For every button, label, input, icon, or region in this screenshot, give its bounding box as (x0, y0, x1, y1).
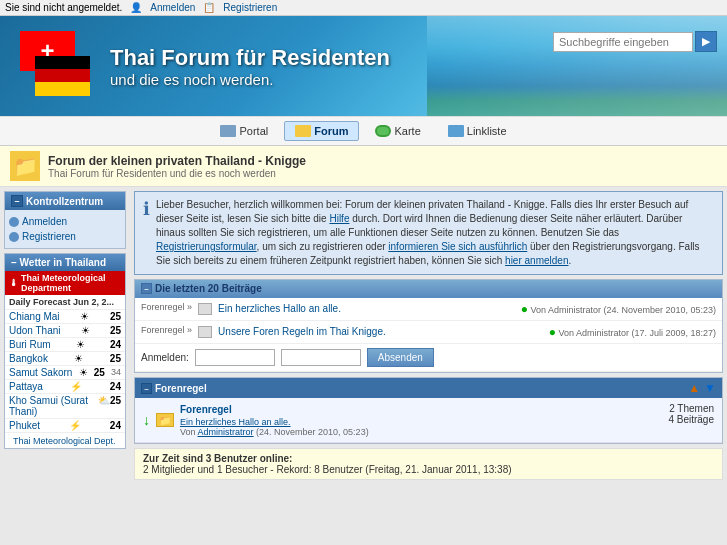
weather-row-burirum: Buri Rum ☀ 24 (5, 338, 125, 352)
kontrollzentrum-label: Kontrollzentrum (26, 196, 103, 207)
header-search: ▶ (553, 31, 717, 52)
weather-icon-samut: ☀ (79, 367, 88, 378)
forenregel-arrows: ▲ ▼ (688, 381, 716, 395)
top-icon2: 📋 (203, 2, 215, 13)
weather-collapse-btn[interactable]: – (11, 257, 17, 268)
weather-section: – Wetter in Thailand 🌡 Thai Meteorologic… (4, 253, 126, 449)
weather-temp-chiangmai: 25 (110, 311, 121, 322)
recent-cat-label-1: Forenregel » (141, 302, 192, 312)
bullet-icon2 (9, 232, 19, 242)
nav-portal[interactable]: Portal (209, 121, 279, 141)
main-content: – Kontrollzentrum Anmelden Registrieren … (0, 187, 727, 484)
flag-de-red (35, 69, 90, 82)
recent-post-title-2[interactable]: Unsere Foren Regeln im Thai Knigge. (218, 326, 386, 337)
sidebar-login-link[interactable]: Anmelden (9, 214, 121, 229)
login-password-input[interactable] (281, 349, 361, 366)
recent-post-icon-2 (198, 326, 212, 338)
forenregel-row: ↓ 📁 Forenregel Ein herzliches Hallo an a… (135, 398, 722, 443)
forenregel-header: – Forenregel ▲ ▼ (135, 378, 722, 398)
weather-row-udonthani: Udon Thani ☀ 25 (5, 324, 125, 338)
top-icon: 👤 (130, 2, 142, 13)
weather-temp-phuket: 24 (110, 420, 121, 431)
search-button[interactable]: ▶ (695, 31, 717, 52)
login-username-input[interactable] (195, 349, 275, 366)
weather-city-chiangmai[interactable]: Chiang Mai (9, 311, 60, 322)
forenregel-name-link[interactable]: Forenregel (180, 404, 232, 415)
weather-icon-phuket: ⚡ (69, 420, 81, 431)
nav-links-label: Linkliste (467, 125, 507, 137)
weather-icon-pattaya: ⚡ (70, 381, 82, 392)
breadcrumb-icon: 📁 (10, 151, 40, 181)
kontrollzentrum-header: – Kontrollzentrum (5, 192, 125, 210)
forenregel-author-link[interactable]: Administratror (198, 427, 254, 437)
weather-title-bar: 🌡 Thai Meteorological Department (5, 271, 125, 295)
info-text: Lieber Besucher, herzlich willkommen bei… (156, 198, 714, 268)
weather-dept-link[interactable]: Thai Meteorological Dept. (9, 434, 120, 448)
weather-city-khosamui[interactable]: Kho Samui (Surat Thani) (9, 395, 98, 417)
top-login-link[interactable]: Anmelden (150, 2, 195, 13)
info-text5: . (568, 255, 571, 266)
sidebar: – Kontrollzentrum Anmelden Registrieren … (0, 187, 130, 484)
top-register-link[interactable]: Registrieren (223, 2, 277, 13)
weather-city-udonthani[interactable]: Udon Thani (9, 325, 61, 336)
weather-city-pattaya[interactable]: Pattaya (9, 381, 43, 392)
info-link[interactable]: informieren Sie sich ausführlich (388, 241, 527, 252)
recent-posts-header: – Die letzten 20 Beiträge (135, 280, 722, 298)
green-dot-1: ● (521, 302, 528, 316)
forenregel-details: Forenregel Ein herzliches Hallo an alle.… (180, 403, 369, 437)
sidebar-register-link[interactable]: Registrieren (9, 229, 121, 244)
weather-forecast: Daily Forecast Jun 2, 2... (5, 295, 125, 310)
weather-city-phuket[interactable]: Phuket (9, 420, 40, 431)
nav-forum[interactable]: Forum (284, 121, 359, 141)
breadcrumb: 📁 Forum der kleinen privaten Thailand - … (0, 146, 727, 187)
weather-temp-khosamui: 25 (110, 395, 121, 417)
hilfe-link[interactable]: Hilfe (329, 213, 349, 224)
forenregel-last-post-title[interactable]: Ein herzliches Hallo an alle. (180, 417, 291, 427)
links-icon (448, 125, 464, 137)
weather-icon-bangkok: ☀ (74, 353, 83, 364)
weather-city-bangkok[interactable]: Bangkok (9, 353, 48, 364)
weather-header: – Wetter in Thailand (5, 254, 125, 271)
weather-icon-chiangmai: ☀ (80, 311, 89, 322)
recent-post-content-2: Unsere Foren Regeln im Thai Knigge. (198, 325, 543, 338)
info-icon: ℹ (143, 198, 150, 268)
forenregel-collapse-btn[interactable]: – (141, 383, 152, 394)
recent-post-title-1[interactable]: Ein herzliches Hallo an alle. (218, 303, 341, 314)
reg-link[interactable]: Registrierungsformular (156, 241, 257, 252)
nav-links[interactable]: Linkliste (437, 121, 518, 141)
header-logo (0, 16, 110, 116)
nav-map[interactable]: Karte (364, 121, 431, 141)
forenregel-counts: 2 Themen 4 Beiträge (668, 403, 714, 425)
green-down-arrow-icon: ↓ (143, 412, 150, 428)
collapse-btn[interactable]: – (11, 195, 23, 207)
status-text: Zur Zeit sind 3 Benutzer online: (143, 453, 292, 464)
weather-city-samut[interactable]: Samut Sakorn (9, 367, 72, 378)
header-title: Thai Forum für Residenten (110, 45, 390, 71)
weather-footer: Thai Meteorological Dept. (5, 433, 125, 448)
recent-cat-label-2: Forenregel » (141, 325, 192, 335)
recent-posts-box: – Die letzten 20 Beiträge Forenregel » E… (134, 279, 723, 373)
forenregel-folder-icon: 📁 (156, 413, 174, 427)
recent-post-from-text-2: Von Administrator (17. Juli 2009, 18:27) (558, 328, 716, 338)
recent-collapse-btn[interactable]: – (141, 283, 152, 294)
login-label: Anmelden: (141, 352, 189, 363)
recent-category-2: Forenregel » (141, 325, 192, 335)
search-input[interactable] (553, 32, 693, 52)
forenregel-box: – Forenregel ▲ ▼ ↓ 📁 Forenregel Ein herz… (134, 377, 723, 444)
breadcrumb-title: Forum der kleinen privaten Thailand - Kn… (48, 154, 306, 168)
map-icon (375, 125, 391, 137)
nav-map-label: Karte (394, 125, 420, 137)
bullet-icon (9, 217, 19, 227)
recent-post-row-1: Forenregel » Ein herzliches Hallo an all… (135, 298, 722, 321)
weather-title-label: Thai Meteorological Department (21, 273, 121, 293)
forenregel-themes: 2 Themen (668, 403, 714, 414)
green-dot-2: ● (549, 325, 556, 339)
anmelden-link[interactable]: hier anmelden (505, 255, 568, 266)
portal-icon (220, 125, 236, 137)
header: Thai Forum für Residenten und die es noc… (0, 16, 727, 116)
weather-temp-samut: 25 (94, 367, 105, 378)
login-submit-button[interactable]: Absenden (367, 348, 434, 367)
status-bar: Zur Zeit sind 3 Benutzer online: 2 Mitgl… (134, 448, 723, 480)
weather-city-burirum[interactable]: Buri Rum (9, 339, 51, 350)
info-box: ℹ Lieber Besucher, herzlich willkommen b… (134, 191, 723, 275)
